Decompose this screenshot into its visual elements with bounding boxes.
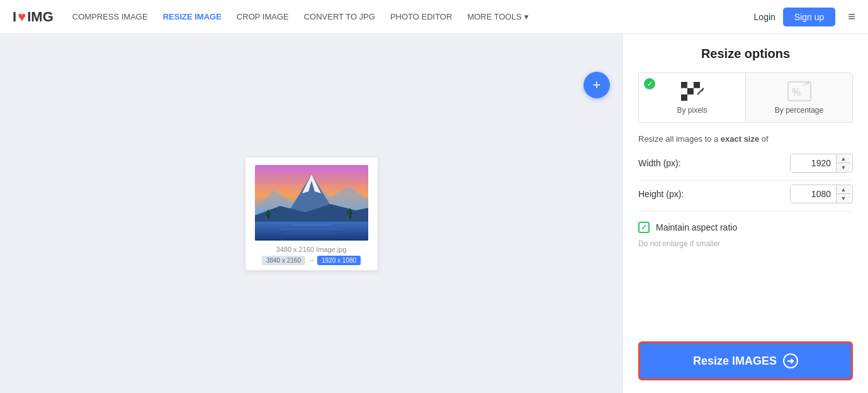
svg-rect-19 bbox=[681, 94, 687, 101]
image-preview bbox=[255, 165, 368, 241]
nav-resize[interactable]: RESIZE IMAGE bbox=[163, 12, 222, 21]
image-card: 3480 x 2160 Image.jpg 3840 x 2160 → 1920… bbox=[245, 157, 378, 270]
nav-compress[interactable]: COMPRESS IMAGE bbox=[72, 12, 148, 21]
height-decrement-button[interactable]: ▼ bbox=[837, 194, 850, 203]
height-input-wrap: ▲ ▼ bbox=[790, 185, 853, 203]
logo-heart: ♥ bbox=[18, 9, 26, 25]
circle-arrow-icon: ➜ bbox=[783, 353, 798, 368]
image-thumbnail bbox=[255, 165, 368, 241]
pixels-mode-label: By pixels bbox=[677, 106, 707, 115]
resize-description: Resize all images to a exact size of bbox=[638, 134, 853, 144]
pixels-icon bbox=[680, 81, 705, 106]
width-field-row: Width (px): ▲ ▼ bbox=[638, 154, 853, 181]
svg-rect-16 bbox=[681, 88, 687, 94]
nav-crop[interactable]: CROP IMAGE bbox=[237, 12, 289, 21]
nav: COMPRESS IMAGE RESIZE IMAGE CROP IMAGE C… bbox=[72, 12, 754, 21]
right-panel: Resize options ✓ By bbox=[623, 34, 868, 393]
height-label: Height (px): bbox=[638, 189, 684, 199]
plus-icon: + bbox=[593, 77, 601, 93]
signup-button[interactable]: Sign up bbox=[783, 8, 835, 26]
panel-title: Resize options bbox=[638, 47, 853, 61]
resize-btn-label: Resize IMAGES bbox=[693, 355, 777, 368]
original-size-tag: 3840 x 2160 bbox=[262, 256, 305, 265]
arrow-icon: → bbox=[308, 256, 315, 264]
height-field-row: Height (px): ▲ ▼ bbox=[638, 185, 853, 212]
left-panel: + bbox=[0, 34, 623, 393]
enlarge-text: Do not enlarge if smaller bbox=[638, 239, 853, 248]
logo-img: IMG bbox=[27, 9, 54, 25]
logo-i: I bbox=[13, 9, 16, 25]
main-layout: + bbox=[0, 34, 868, 393]
percentage-mode-label: By percentage bbox=[775, 106, 823, 115]
header-actions: Login Sign up ≡ bbox=[754, 8, 855, 26]
image-info: 3480 x 2160 Image.jpg 3840 x 2160 → 1920… bbox=[262, 246, 361, 265]
width-decrement-button[interactable]: ▼ bbox=[837, 163, 850, 172]
width-input[interactable] bbox=[791, 154, 836, 172]
header: I ♥ IMG COMPRESS IMAGE RESIZE IMAGE CROP… bbox=[0, 0, 868, 34]
add-image-button[interactable]: + bbox=[583, 72, 610, 98]
width-label: Width (px): bbox=[638, 158, 681, 168]
menu-icon[interactable]: ≡ bbox=[848, 9, 855, 24]
aspect-ratio-row: ✓ Maintain aspect ratio bbox=[638, 222, 853, 233]
height-input[interactable] bbox=[791, 185, 836, 203]
logo[interactable]: I ♥ IMG bbox=[13, 9, 54, 25]
aspect-ratio-label: Maintain aspect ratio bbox=[656, 222, 737, 232]
new-size-tag: 1920 x 1080 bbox=[317, 256, 361, 265]
percent-icon: % bbox=[787, 81, 812, 106]
svg-rect-14 bbox=[687, 82, 694, 88]
nav-more-tools[interactable]: MORE TOOLS ▾ bbox=[467, 12, 528, 21]
image-filename: 3480 x 2160 Image.jpg bbox=[262, 246, 361, 253]
checkmark-icon: ✓ bbox=[641, 223, 647, 232]
width-input-wrap: ▲ ▼ bbox=[790, 154, 853, 173]
aspect-ratio-checkbox[interactable]: ✓ bbox=[638, 222, 650, 233]
chevron-down-icon: ▾ bbox=[524, 12, 529, 21]
resize-modes: ✓ By pixels bbox=[638, 72, 853, 123]
width-spinner: ▲ ▼ bbox=[836, 154, 850, 172]
mode-by-percentage[interactable]: % By percentage bbox=[745, 73, 852, 122]
selected-check-icon: ✓ bbox=[644, 78, 655, 89]
nav-photo-editor[interactable]: PHOTO EDITOR bbox=[390, 12, 452, 21]
image-tags: 3840 x 2160 → 1920 x 1080 bbox=[262, 256, 361, 265]
nav-convert[interactable]: CONVERT TO JPG bbox=[304, 12, 375, 21]
width-increment-button[interactable]: ▲ bbox=[837, 154, 850, 163]
svg-rect-15 bbox=[694, 82, 700, 88]
resize-images-button[interactable]: Resize IMAGES ➜ bbox=[638, 341, 853, 380]
height-increment-button[interactable]: ▲ bbox=[837, 185, 850, 194]
svg-rect-13 bbox=[681, 82, 687, 88]
login-button[interactable]: Login bbox=[754, 12, 775, 22]
mode-by-pixels[interactable]: ✓ By pixels bbox=[639, 73, 745, 122]
height-spinner: ▲ ▼ bbox=[836, 185, 850, 203]
svg-rect-17 bbox=[687, 88, 694, 94]
svg-text:%: % bbox=[792, 87, 801, 98]
